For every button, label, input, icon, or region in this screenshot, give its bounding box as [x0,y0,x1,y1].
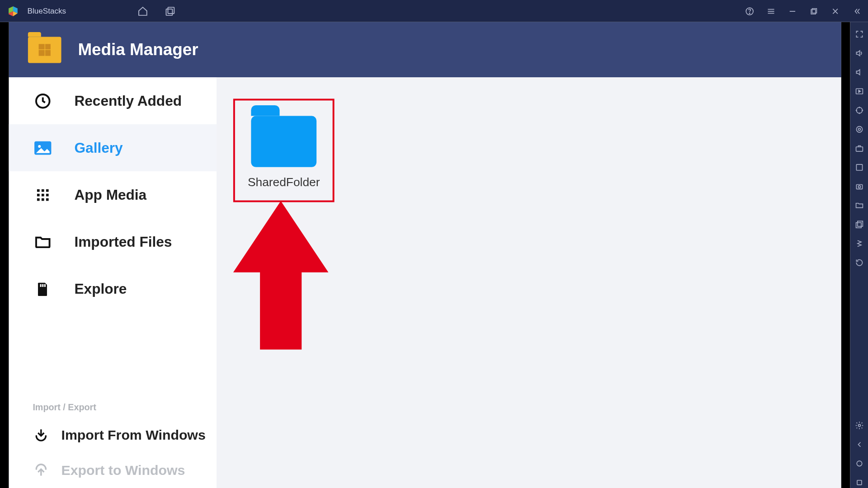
svg-rect-17 [46,198,49,201]
grid-icon [33,187,53,202]
sidebar: Recently Added Gallery App Media [9,77,217,488]
gear-icon[interactable] [853,419,865,431]
sidebar-item-gallery[interactable]: Gallery [9,124,217,171]
svg-rect-29 [857,221,863,226]
import-icon [33,427,49,442]
svg-point-23 [858,128,860,130]
svg-rect-11 [46,189,49,192]
folder-icon [251,116,316,167]
help-button[interactable] [744,6,755,17]
sidebar-item-label: Recently Added [75,93,182,109]
close-button[interactable] [830,6,841,17]
home-small-icon[interactable] [853,457,865,469]
black-border-left [0,22,9,488]
svg-rect-20 [44,284,46,286]
svg-rect-12 [37,193,40,196]
titlebar-app-name: BlueStacks [28,6,66,15]
play-rect-icon[interactable] [853,85,865,97]
sidebar-item-imported[interactable]: Imported Files [9,218,217,265]
maximize-button[interactable] [808,6,819,17]
sidebar-item-recent[interactable]: Recently Added [9,77,217,124]
target-icon[interactable] [853,104,865,116]
locate-icon[interactable] [853,123,865,135]
recents-icon[interactable] [853,476,865,488]
hamburger-menu-button[interactable] [766,6,777,17]
red-arrow-annotation [233,201,329,350]
svg-rect-15 [37,198,40,201]
svg-rect-1 [166,9,173,15]
svg-rect-0 [168,7,175,13]
content-area: SharedFolder [217,77,841,488]
export-icon [33,463,49,478]
black-border-right [841,22,850,488]
multi-window-icon[interactable] [853,218,865,230]
titlebar: BlueStacks [0,0,868,22]
volume-up-icon[interactable] [853,47,865,59]
sidebar-item-label: Imported Files [75,234,172,250]
volume-down-icon[interactable] [853,66,865,78]
svg-point-32 [857,460,862,466]
import-from-windows-button[interactable]: Import From Windows [9,417,217,453]
svg-point-3 [749,13,750,13]
import-export-header: Import / Export [9,394,217,417]
svg-rect-33 [857,480,861,484]
import-item-label: Export to Windows [61,462,185,479]
right-rail [850,22,868,488]
import-item-label: Import From Windows [61,427,206,443]
svg-rect-5 [811,9,816,14]
folder-outline-icon [33,233,53,250]
briefcase-icon[interactable] [853,142,865,154]
svg-point-8 [38,145,41,147]
svg-rect-18 [40,284,42,286]
svg-rect-9 [37,189,40,192]
folder-sharedfolder[interactable]: SharedFolder [233,99,335,202]
svg-rect-19 [42,284,43,286]
svg-rect-26 [856,164,862,170]
back-icon[interactable] [853,438,865,450]
sidebar-item-explore[interactable]: Explore [9,265,217,312]
sidebar-item-label: Gallery [75,140,123,156]
svg-rect-10 [42,189,44,192]
rotate-icon[interactable] [853,256,865,268]
svg-rect-25 [856,146,863,151]
svg-point-28 [858,185,860,188]
svg-rect-14 [46,193,49,196]
svg-rect-30 [856,222,861,228]
svg-point-22 [856,107,862,113]
media-manager-icon [28,37,61,63]
folder-label: SharedFolder [248,175,320,189]
svg-point-31 [858,424,860,426]
app-title: Media Manager [78,40,198,59]
fullscreen-icon[interactable] [853,28,865,40]
export-to-windows-button[interactable]: Export to Windows [9,452,217,488]
svg-rect-13 [42,193,44,196]
apk-icon[interactable] [853,161,865,173]
folder-open-icon[interactable] [853,199,865,211]
svg-rect-27 [856,184,862,189]
collapse-rail-button[interactable] [851,6,862,17]
sdcard-icon [33,280,53,297]
sidebar-item-appmedia[interactable]: App Media [9,171,217,218]
svg-rect-4 [812,8,816,13]
bluestacks-logo-icon [7,5,19,17]
screenshot-icon[interactable] [853,180,865,192]
sidebar-item-label: Explore [75,280,127,297]
minimize-button[interactable] [787,6,798,17]
clock-icon [33,92,53,109]
shake-icon[interactable] [853,237,865,249]
sidebar-item-label: App Media [75,187,147,203]
multi-tab-button[interactable] [165,6,176,17]
image-icon [33,138,53,158]
app-header: Media Manager [9,22,841,77]
svg-point-24 [856,126,862,132]
home-button[interactable] [137,6,148,17]
svg-rect-16 [42,198,44,201]
